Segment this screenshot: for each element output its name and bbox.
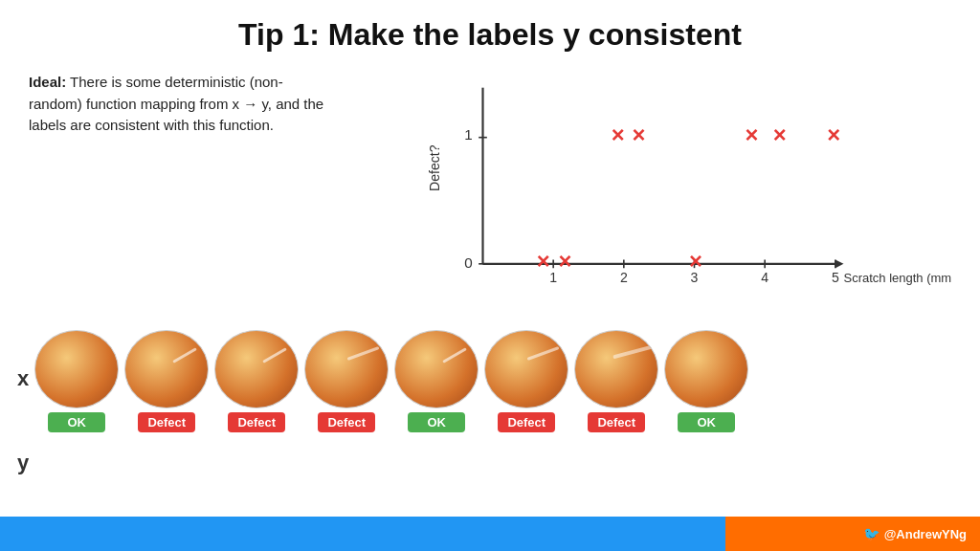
svg-text:Scratch length (mm): Scratch length (mm) [844,271,952,285]
slide: Tip 1: Make the labels y consistent Idea… [0,0,980,551]
bottom-orange-section: 🐦 @AndrewYNg [725,517,981,551]
slide-title: Tip 1: Make the labels y consistent [0,0,980,62]
svg-text:4: 4 [761,270,768,285]
text-block: Ideal: There is some deterministic (non-… [29,62,325,330]
label-8: OK [678,412,735,432]
twitter-icon: 🐦 [863,526,880,541]
label-1: OK [48,412,105,432]
svg-text:1: 1 [464,126,472,143]
egg-3 [214,330,299,408]
ideal-text: Ideal: There is some deterministic (non-… [29,72,325,137]
y-row-label: y [17,451,29,475]
svg-text:2: 2 [620,270,628,285]
svg-text:5: 5 [832,270,839,285]
label-5: OK [408,412,465,432]
label-3: Defect [228,412,285,432]
label-6: Defect [498,412,555,432]
egg-4 [304,330,389,408]
ideal-body: There is some deterministic (non-random)… [29,74,323,133]
bottom-bar: 🐦 @AndrewYNg [0,517,980,551]
svg-text:1: 1 [549,270,557,285]
ideal-label: Ideal: [29,74,66,90]
svg-text:×: × [689,248,702,274]
svg-text:×: × [559,248,572,274]
twitter-handle: 🐦 @AndrewYNg [863,526,967,541]
chart-area: 0 1 1 2 3 4 5 Scratch length (mm) [325,62,951,330]
y-label-row: OK Defect Defect Defect OK Defect [34,412,748,432]
svg-marker-2 [835,260,844,269]
svg-text:×: × [773,121,787,147]
svg-text:Defect?: Defect? [427,144,442,191]
label-2: Defect [138,412,195,432]
egg-7 [574,330,658,408]
label-7: Defect [588,412,645,432]
main-content: Ideal: There is some deterministic (non-… [0,62,980,330]
egg-8 [664,330,748,408]
egg-6 [484,330,568,408]
egg-5 [394,330,479,408]
x-image-row [34,330,748,408]
label-4: Defect [318,412,375,432]
svg-text:×: × [633,121,646,147]
twitter-handle-text: @AndrewYNg [884,527,967,541]
svg-text:×: × [746,121,759,147]
x-row-label: x [17,340,29,418]
chart-svg: 0 1 1 2 3 4 5 Scratch length (mm) [325,67,951,316]
bottom-blue-section [0,517,725,551]
egg-2 [124,330,209,408]
svg-text:0: 0 [464,254,472,271]
svg-text:×: × [537,248,550,274]
egg-1 [34,330,119,408]
svg-text:×: × [612,121,625,147]
svg-text:×: × [827,121,840,147]
